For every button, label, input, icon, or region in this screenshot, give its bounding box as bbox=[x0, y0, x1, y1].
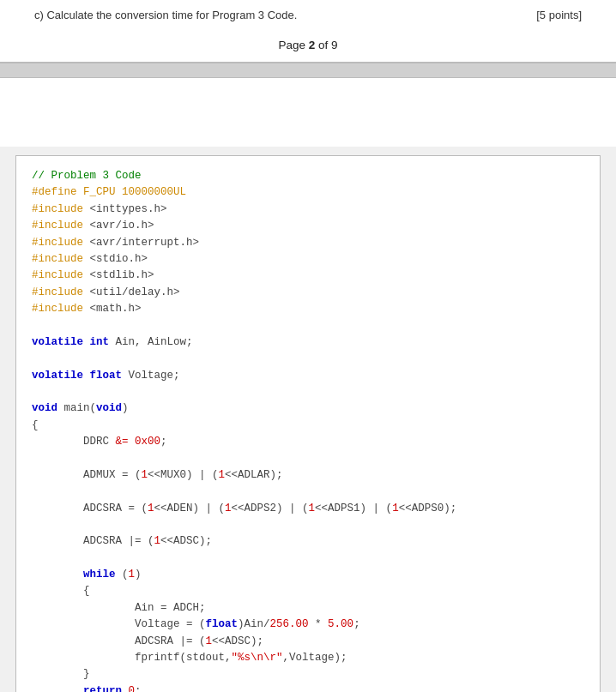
code-block: // Problem 3 Code #define F_CPU 10000000… bbox=[32, 168, 584, 692]
code-include-4: #include bbox=[32, 253, 83, 265]
page-text: Page 2 of 9 bbox=[278, 39, 337, 51]
code-include-2: #include bbox=[32, 220, 83, 232]
code-include-6: #include bbox=[32, 286, 83, 298]
code-include-1: #include bbox=[32, 203, 83, 215]
points-text: [5 points] bbox=[536, 9, 582, 21]
page-number-bar: Page 2 of 9 bbox=[0, 30, 616, 63]
question-bar: c) Calculate the conversion time for Pro… bbox=[0, 0, 616, 30]
code-include-5: #include bbox=[32, 269, 83, 281]
code-include-7: #include bbox=[32, 303, 83, 315]
page-divider bbox=[0, 63, 616, 78]
code-define: #define F_CPU 10000000UL bbox=[32, 186, 186, 198]
code-void-main: void bbox=[32, 402, 57, 414]
code-while: while bbox=[83, 569, 116, 581]
code-section: // Problem 3 Code #define F_CPU 10000000… bbox=[15, 155, 601, 692]
top-spacer bbox=[0, 78, 616, 147]
code-volatile-int: volatile bbox=[32, 336, 83, 348]
code-include-3: #include bbox=[32, 237, 83, 249]
code-comment: // Problem 3 Code bbox=[32, 170, 142, 182]
question-text: c) Calculate the conversion time for Pro… bbox=[34, 9, 297, 21]
code-volatile-float: volatile bbox=[32, 370, 83, 382]
